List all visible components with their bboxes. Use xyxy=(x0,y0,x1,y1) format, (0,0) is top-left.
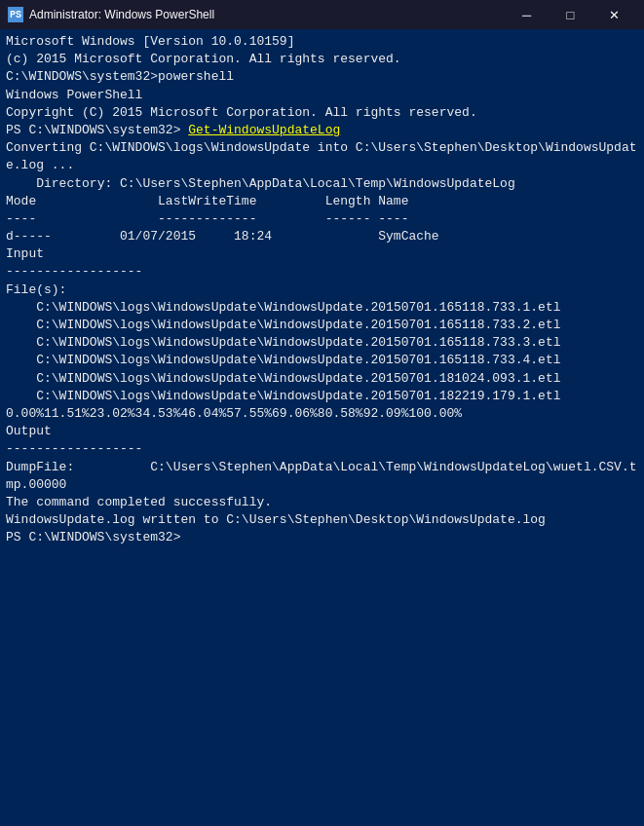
window-title: Administrator: Windows PowerShell xyxy=(29,8,214,21)
terminal-line: PS C:\WINDOWS\system32> xyxy=(6,529,638,546)
terminal-line: Input xyxy=(6,245,638,263)
terminal-line: Windows PowerShell xyxy=(6,87,638,104)
terminal-line: Converting C:\WINDOWS\logs\WindowsUpdate… xyxy=(6,139,638,174)
terminal-line: 0.00%11.51%23.02%34.53%46.04%57.55%69.06… xyxy=(6,405,638,423)
terminal-line: C:\WINDOWS\logs\WindowsUpdate\WindowsUpd… xyxy=(6,370,638,388)
window-controls[interactable]: ─ □ ✕ xyxy=(505,0,636,29)
terminal-line: Microsoft Windows [Version 10.0.10159] xyxy=(6,33,638,51)
terminal-line: Copyright (C) 2015 Microsoft Corporation… xyxy=(6,104,638,122)
title-bar: PS Administrator: Windows PowerShell ─ □… xyxy=(0,0,644,29)
terminal-line: PS C:\WINDOWS\system32> Get-WindowsUpdat… xyxy=(6,122,638,139)
terminal-line: Output xyxy=(6,423,638,440)
terminal-line: DumpFile: C:\Users\Stephen\AppData\Local… xyxy=(6,459,638,494)
terminal-line: WindowsUpdate.log written to C:\Users\St… xyxy=(6,511,638,529)
minimize-button[interactable]: ─ xyxy=(505,0,549,29)
terminal-line: Mode LastWriteTime Length Name xyxy=(6,193,638,210)
powershell-icon: PS xyxy=(8,7,23,22)
terminal-line: d----- 01/07/2015 18:24 SymCache xyxy=(6,228,638,245)
terminal-line: C:\WINDOWS\logs\WindowsUpdate\WindowsUpd… xyxy=(6,317,638,334)
terminal-line: ------------------ xyxy=(6,440,638,458)
terminal-line: File(s): xyxy=(6,282,638,299)
title-bar-left: PS Administrator: Windows PowerShell xyxy=(8,7,214,22)
command-highlight: Get-WindowsUpdateLog xyxy=(188,123,340,137)
terminal-line: C:\WINDOWS\system32>powershell xyxy=(6,68,638,86)
maximize-button[interactable]: □ xyxy=(549,0,592,29)
terminal-line: C:\WINDOWS\logs\WindowsUpdate\WindowsUpd… xyxy=(6,388,638,405)
terminal-line: Directory: C:\Users\Stephen\AppData\Loca… xyxy=(6,175,638,193)
terminal-line: C:\WINDOWS\logs\WindowsUpdate\WindowsUpd… xyxy=(6,334,638,352)
terminal-line: The command completed successfully. xyxy=(6,494,638,511)
terminal-window[interactable]: Microsoft Windows [Version 10.0.10159](c… xyxy=(0,29,644,826)
terminal-line: ---- ------------- ------ ---- xyxy=(6,210,638,228)
terminal-line: ------------------ xyxy=(6,263,638,281)
close-button[interactable]: ✕ xyxy=(592,0,636,29)
terminal-line: (c) 2015 Microsoft Corporation. All righ… xyxy=(6,51,638,68)
terminal-line: C:\WINDOWS\logs\WindowsUpdate\WindowsUpd… xyxy=(6,352,638,369)
terminal-line: C:\WINDOWS\logs\WindowsUpdate\WindowsUpd… xyxy=(6,299,638,317)
